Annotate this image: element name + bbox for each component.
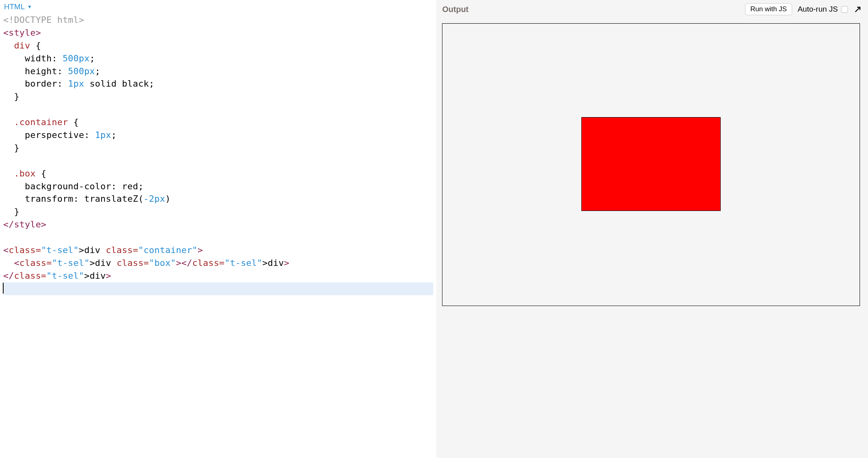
output-header: Output Run with JS Auto-run JS — [436, 0, 868, 18]
code-line: } — [3, 142, 433, 154]
app-root: HTML ▼ <!DOCTYPE html><style> div { widt… — [0, 0, 868, 458]
run-with-js-button[interactable]: Run with JS — [745, 3, 792, 15]
code-line: perspective: 1px; — [3, 129, 433, 142]
code-line: width: 500px; — [3, 52, 433, 65]
output-frame — [442, 23, 860, 306]
output-box-red — [581, 117, 721, 211]
code-line: <!DOCTYPE html> — [3, 14, 433, 26]
code-line: </style> — [3, 218, 433, 231]
code-line — [3, 282, 433, 295]
code-line: height: 500px; — [3, 65, 433, 78]
code-line: <style> — [3, 26, 433, 39]
code-line — [3, 103, 433, 116]
output-label: Output — [442, 5, 739, 14]
language-label: HTML — [4, 2, 25, 11]
language-selector[interactable]: HTML ▼ — [4, 2, 32, 11]
code-line: } — [3, 205, 433, 218]
code-line: .container { — [3, 116, 433, 129]
auto-run-label: Auto-run JS — [798, 5, 838, 14]
code-line: border: 1px solid black; — [3, 77, 433, 90]
code-line: transform: translateZ(-2px) — [3, 193, 433, 205]
editor-pane: HTML ▼ <!DOCTYPE html><style> div { widt… — [0, 0, 436, 458]
output-pane: Output Run with JS Auto-run JS — [436, 0, 868, 458]
code-line: } — [3, 90, 433, 103]
code-line: background-color: red; — [3, 180, 433, 193]
code-line: <class="t-sel">div class="box"></class="… — [3, 257, 433, 270]
auto-run-checkbox[interactable] — [841, 6, 848, 13]
editor-header: HTML ▼ — [0, 0, 436, 13]
code-editor[interactable]: <!DOCTYPE html><style> div { width: 500p… — [0, 13, 436, 458]
caret-down-icon: ▼ — [27, 4, 32, 10]
code-line: <class="t-sel">div class="container"> — [3, 244, 433, 257]
code-line — [3, 154, 433, 167]
code-line: div { — [3, 39, 433, 52]
code-line: </class="t-sel">div> — [3, 270, 433, 282]
code-line: .box { — [3, 167, 433, 180]
code-line — [3, 231, 433, 244]
expand-icon[interactable] — [854, 5, 862, 14]
auto-run-toggle[interactable]: Auto-run JS — [798, 5, 848, 14]
